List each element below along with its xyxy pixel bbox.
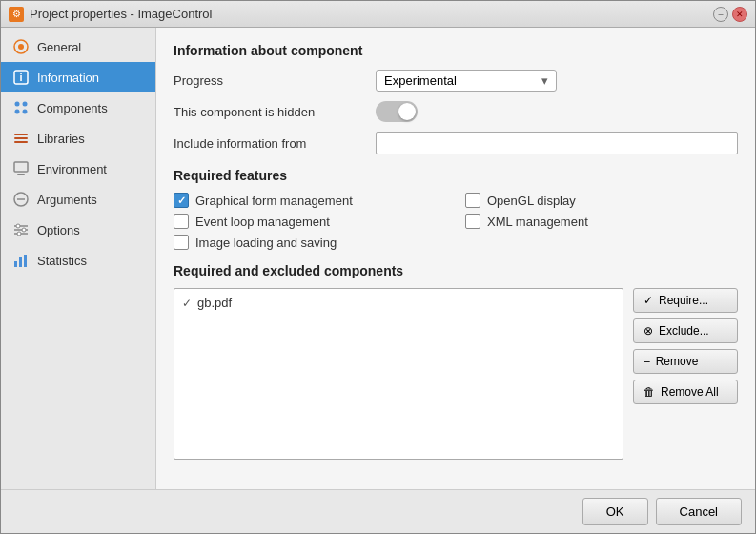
components-icon (12, 99, 30, 116)
svg-point-20 (17, 232, 21, 236)
require-label: Require... (659, 294, 708, 307)
list-item-label: gb.pdf (197, 296, 232, 310)
cancel-button[interactable]: Cancel (656, 498, 742, 525)
svg-rect-23 (24, 255, 27, 267)
minimize-button[interactable]: – (713, 7, 728, 22)
checkbox-graphical-label: Graphical form management (195, 194, 353, 208)
remove-icon: – (644, 355, 650, 368)
include-label: Include information from (174, 136, 364, 151)
remove-button[interactable]: – Remove (633, 349, 738, 374)
environment-icon (12, 160, 30, 177)
checkbox-opengl-box[interactable] (465, 193, 480, 208)
sidebar-item-general[interactable]: General (1, 31, 155, 62)
checkbox-graphical-box[interactable] (174, 193, 189, 208)
sidebar-label-general: General (37, 40, 81, 54)
svg-rect-11 (14, 162, 28, 172)
sidebar-item-information[interactable]: i Information (1, 62, 155, 92)
hidden-toggle[interactable] (376, 101, 418, 122)
checkbox-image-loading-label: Image loading and saving (195, 236, 337, 250)
information-icon: i (12, 69, 30, 86)
include-input[interactable] (376, 132, 738, 154)
progress-value: Experimental (384, 73, 457, 88)
action-buttons: ✓ Require... ⊗ Exclude... – Remove 🗑 Rem… (633, 288, 738, 460)
sidebar-item-environment[interactable]: Environment (1, 154, 155, 184)
svg-rect-8 (14, 134, 28, 135)
exclude-icon: ⊗ (644, 324, 653, 338)
required-excluded-area: ✓ gb.pdf ✓ Require... ⊗ Exclude... – (174, 288, 738, 460)
include-row: Include information from (174, 132, 738, 154)
components-list[interactable]: ✓ gb.pdf (174, 288, 623, 460)
hidden-label: This component is hidden (174, 105, 364, 119)
footer: OK Cancel (1, 489, 755, 533)
ok-button[interactable]: OK (582, 498, 648, 525)
svg-point-7 (23, 110, 28, 114)
statistics-icon (12, 252, 30, 269)
sidebar: General i Information (1, 28, 156, 489)
checkboxes-area: Graphical form management OpenGL display… (174, 193, 738, 250)
sidebar-label-information: Information (37, 71, 99, 85)
main-panel: Information about component Progress Exp… (156, 28, 755, 489)
checkbox-opengl[interactable]: OpenGL display (465, 193, 738, 208)
app-icon: ⚙ (9, 7, 24, 22)
checkbox-xml-box[interactable] (465, 214, 480, 229)
checkbox-graphical[interactable]: Graphical form management (174, 193, 446, 208)
close-button[interactable]: ✕ (732, 7, 747, 22)
sidebar-item-statistics[interactable]: Statistics (1, 245, 155, 276)
svg-rect-21 (14, 261, 17, 267)
svg-text:i: i (19, 72, 22, 83)
list-item[interactable]: ✓ gb.pdf (178, 293, 619, 313)
sidebar-label-components: Components (37, 101, 108, 115)
svg-point-6 (15, 110, 20, 114)
sidebar-item-libraries[interactable]: Libraries (1, 123, 155, 154)
hidden-row: This component is hidden (174, 101, 738, 122)
window-title: Project properties - ImageControl (30, 7, 212, 21)
svg-rect-22 (19, 257, 22, 267)
remove-all-icon: 🗑 (644, 385, 655, 399)
svg-point-1 (18, 44, 24, 50)
toggle-knob (398, 103, 416, 120)
exclude-button[interactable]: ⊗ Exclude... (633, 318, 738, 343)
require-icon: ✓ (644, 294, 653, 307)
checkbox-opengl-label: OpenGL display (487, 194, 576, 208)
checkbox-event-loop[interactable]: Event loop management (174, 214, 446, 229)
main-window: ⚙ Project properties - ImageControl – ✕ … (0, 0, 756, 534)
options-icon (12, 221, 30, 238)
sidebar-label-options: Options (37, 223, 80, 237)
svg-rect-12 (17, 174, 25, 175)
remove-label: Remove (656, 355, 699, 368)
sidebar-item-components[interactable]: Components (1, 92, 155, 123)
require-button[interactable]: ✓ Require... (633, 288, 738, 313)
remove-all-label: Remove All (661, 385, 719, 399)
sidebar-item-arguments[interactable]: Arguments (1, 184, 155, 215)
checkbox-event-loop-box[interactable] (174, 214, 189, 229)
sidebar-label-statistics: Statistics (37, 254, 87, 268)
exclude-label: Exclude... (659, 324, 709, 338)
svg-point-5 (23, 102, 28, 107)
progress-dropdown[interactable]: Experimental ▾ (376, 70, 557, 92)
progress-row: Progress Experimental ▾ (174, 70, 738, 92)
svg-point-18 (16, 224, 20, 228)
remove-all-button[interactable]: 🗑 Remove All (633, 380, 738, 404)
checkbox-xml-label: XML management (487, 215, 588, 229)
svg-point-4 (15, 102, 20, 107)
content-area: General i Information (1, 28, 755, 489)
svg-point-19 (22, 228, 26, 232)
arguments-icon (12, 191, 30, 208)
req-excluded-title: Required and excluded components (174, 263, 738, 278)
sidebar-label-environment: Environment (37, 162, 107, 176)
general-icon (12, 38, 30, 55)
sidebar-label-libraries: Libraries (37, 132, 85, 146)
checkbox-xml[interactable]: XML management (465, 214, 738, 229)
checkbox-image-loading[interactable]: Image loading and saving (174, 235, 446, 250)
required-features-title: Required features (174, 168, 738, 183)
progress-label: Progress (174, 73, 364, 88)
libraries-icon (12, 130, 30, 147)
list-item-check-icon: ✓ (182, 297, 192, 310)
titlebar: ⚙ Project properties - ImageControl – ✕ (1, 1, 755, 28)
svg-rect-9 (14, 137, 28, 139)
dropdown-arrow-icon: ▾ (541, 73, 548, 88)
checkbox-image-loading-box[interactable] (174, 235, 189, 250)
sidebar-item-options[interactable]: Options (1, 215, 155, 245)
checkbox-event-loop-label: Event loop management (195, 215, 330, 229)
titlebar-controls: – ✕ (713, 7, 747, 22)
